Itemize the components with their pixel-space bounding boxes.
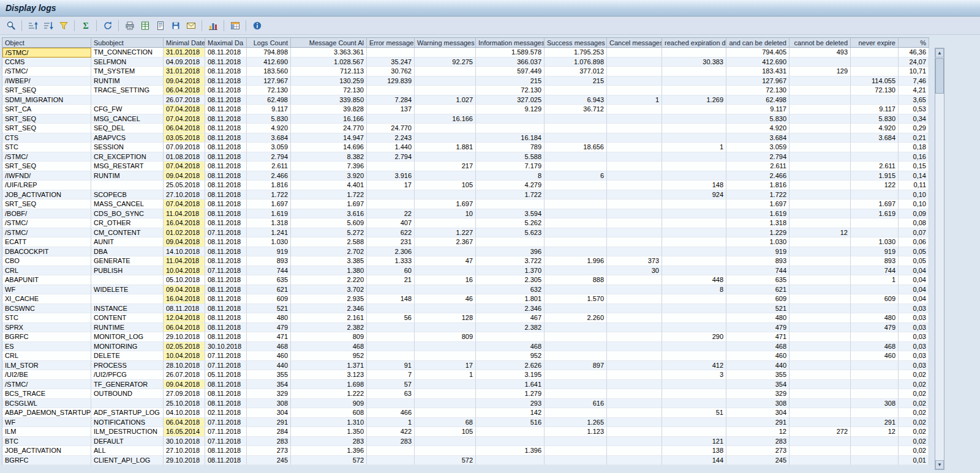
cell-minimal-date[interactable]: 06.04.2018	[164, 418, 205, 428]
cell-never-expire[interactable]: 308	[851, 399, 899, 409]
cell-information-messages[interactable]: 8	[476, 171, 545, 181]
cell-subobject[interactable]: INSTANCE	[91, 304, 164, 314]
cell-object[interactable]: ECATT	[2, 237, 91, 247]
cell-subobject[interactable]: WIDELETE	[91, 285, 164, 295]
cell-warning-messages[interactable]: 2.367	[415, 237, 476, 247]
cell-never-expire[interactable]: 1.697	[851, 199, 899, 209]
cell-maximal-date[interactable]: 08.11.2018	[205, 456, 247, 466]
cell-object[interactable]: BCS_TRACE	[2, 389, 91, 399]
cell-never-expire[interactable]	[851, 332, 899, 342]
cell-cannot-be-deleted[interactable]	[790, 332, 851, 342]
cell-object[interactable]: ES	[2, 342, 91, 352]
cell-reached-expiration[interactable]	[662, 76, 726, 86]
cell-minimal-date[interactable]: 31.01.2018	[164, 67, 205, 76]
cell-cancel-messages[interactable]	[607, 389, 662, 399]
cell-never-expire[interactable]	[851, 304, 899, 314]
cell-logs-count[interactable]: 1.318	[247, 218, 291, 228]
cell-message-count-all[interactable]: 5.272	[291, 228, 367, 238]
cell-logs-count[interactable]: 283	[247, 437, 291, 447]
cell-logs-count[interactable]: 1.816	[247, 181, 291, 190]
cell-reached-expiration[interactable]: 448	[662, 275, 726, 285]
cell-cancel-messages[interactable]	[607, 228, 662, 238]
cell-warning-messages[interactable]	[415, 124, 476, 133]
cell-warning-messages[interactable]	[415, 67, 476, 76]
cell-subobject[interactable]: MONITORING	[91, 342, 164, 352]
column-header-minimal-date[interactable]: Minimal Date	[164, 37, 205, 48]
cell-object[interactable]: DBACOCKPIT	[2, 247, 91, 257]
cell-message-count-all[interactable]: 1.028.567	[291, 58, 367, 67]
cell-cancel-messages[interactable]	[607, 351, 662, 361]
cell-subobject[interactable]: ALL	[91, 446, 164, 456]
cell-maximal-date[interactable]: 08.11.2018	[205, 199, 247, 209]
cell-information-messages[interactable]: 1.722	[476, 190, 545, 200]
sort-descending-icon[interactable]	[41, 18, 55, 32]
column-header-can-be-deleted[interactable]: and can be deleted	[726, 37, 790, 48]
cell-never-expire[interactable]	[851, 370, 899, 380]
cell-never-expire[interactable]: 460	[851, 351, 899, 361]
cell-minimal-date[interactable]: 14.10.2018	[164, 247, 205, 257]
cell-logs-count[interactable]: 794.898	[247, 48, 291, 58]
cell-success-messages[interactable]: 1.795.253	[545, 48, 607, 58]
cell-success-messages[interactable]	[545, 124, 607, 133]
cell-subobject[interactable]: ABAPVCS	[91, 133, 164, 143]
cell-error-messages[interactable]	[367, 285, 415, 295]
cell-minimal-date[interactable]: 06.04.2018	[164, 124, 205, 133]
cell-never-expire[interactable]	[851, 95, 899, 105]
cell-warning-messages[interactable]: 572	[415, 456, 476, 466]
cell-subobject[interactable]: CDS_BO_SYNC	[91, 209, 164, 219]
cell-can-be-deleted[interactable]: 1.619	[726, 209, 790, 219]
cell-error-messages[interactable]: 1.440	[367, 143, 415, 152]
cell-warning-messages[interactable]: 1.227	[415, 228, 476, 238]
cell-success-messages[interactable]	[545, 389, 607, 399]
cell-message-count-all[interactable]: 2.346	[291, 304, 367, 314]
cell-error-messages[interactable]: 1.333	[367, 256, 415, 266]
cell-success-messages[interactable]: 377.012	[545, 67, 607, 76]
cell-can-be-deleted[interactable]: 9.117	[726, 105, 790, 114]
cell-can-be-deleted[interactable]: 480	[726, 313, 790, 323]
cell-object[interactable]: /STMC/	[2, 228, 91, 238]
cell-never-expire[interactable]	[851, 380, 899, 390]
cell-object[interactable]: ABAPUNIT	[2, 275, 91, 285]
total-icon[interactable]: Σ	[78, 18, 92, 32]
cell-success-messages[interactable]	[545, 190, 607, 200]
cell-warning-messages[interactable]	[415, 133, 476, 143]
cell-subobject[interactable]: SCOPECB	[91, 190, 164, 200]
cell-success-messages[interactable]	[545, 86, 607, 95]
cell-object[interactable]: JOB_ACTIVATION	[2, 190, 91, 200]
cell-information-messages[interactable]: 516	[476, 418, 545, 428]
cell-cannot-be-deleted[interactable]	[790, 124, 851, 133]
cell-success-messages[interactable]	[545, 342, 607, 352]
cell-object[interactable]: SRT_SEQ	[2, 114, 91, 124]
cell-object[interactable]: CRL	[2, 351, 91, 361]
column-header-error-messages[interactable]: Error messages	[367, 37, 415, 48]
cell-maximal-date[interactable]: 07.11.2018	[205, 418, 247, 428]
cell-percent[interactable]: 0,02	[899, 437, 929, 447]
cell-maximal-date[interactable]: 08.11.2018	[205, 86, 247, 95]
cell-object[interactable]: BCSGLWL	[2, 399, 91, 409]
cell-logs-count[interactable]: 1.722	[247, 190, 291, 200]
cell-percent[interactable]: 0,03	[899, 313, 929, 323]
local-file-icon[interactable]	[168, 18, 183, 32]
cell-never-expire[interactable]: 609	[851, 294, 899, 304]
column-header-never-expire[interactable]: never expire	[851, 37, 899, 48]
cell-percent[interactable]: 3,65	[899, 95, 929, 105]
cell-error-messages[interactable]	[367, 304, 415, 314]
cell-percent[interactable]: 0,18	[899, 143, 929, 152]
cell-error-messages[interactable]	[367, 199, 415, 209]
cell-subobject[interactable]: RUNTIME	[91, 323, 164, 333]
cell-error-messages[interactable]: 35.247	[367, 58, 415, 67]
cell-error-messages[interactable]	[367, 342, 415, 352]
cell-success-messages[interactable]: 616	[545, 399, 607, 409]
cell-percent[interactable]: 0,09	[899, 209, 929, 219]
cell-message-count-all[interactable]: 809	[291, 332, 367, 342]
cell-logs-count[interactable]: 468	[247, 342, 291, 352]
cell-cancel-messages[interactable]	[607, 323, 662, 333]
cell-message-count-all[interactable]: 14.947	[291, 133, 367, 143]
cell-success-messages[interactable]	[545, 351, 607, 361]
cell-cancel-messages[interactable]	[607, 218, 662, 228]
cell-message-count-all[interactable]: 2.220	[291, 275, 367, 285]
cell-success-messages[interactable]	[545, 133, 607, 143]
cell-percent[interactable]: 0,03	[899, 342, 929, 352]
cell-success-messages[interactable]: 6.943	[545, 95, 607, 105]
cell-object[interactable]: ILM	[2, 427, 91, 437]
